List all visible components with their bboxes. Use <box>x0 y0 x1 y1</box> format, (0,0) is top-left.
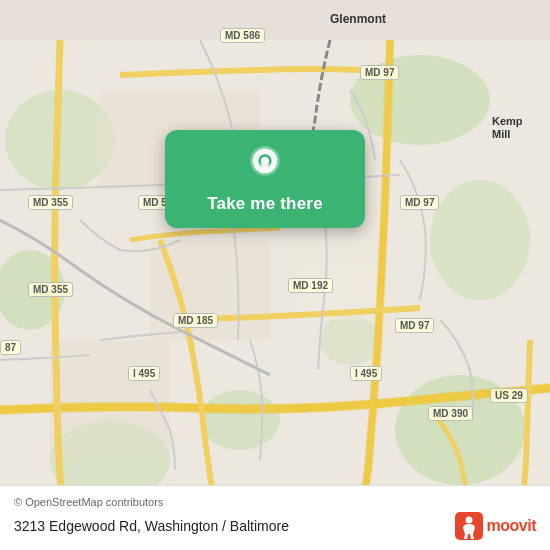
address-row: 3213 Edgewood Rd, Washington / Baltimore… <box>14 512 536 540</box>
take-me-there-button[interactable]: Take me there <box>207 194 323 214</box>
road-label-i495a: I 495 <box>128 366 160 381</box>
place-label-glenmont: Glenmont <box>330 12 386 26</box>
svg-point-8 <box>320 315 380 365</box>
location-pin-icon <box>246 146 284 184</box>
road-label-us29: US 29 <box>490 388 528 403</box>
place-label-kemp: KempMill <box>492 115 523 141</box>
moovit-logo: moovit <box>455 512 536 540</box>
map-svg <box>0 0 550 550</box>
road-label-i495b: I 495 <box>350 366 382 381</box>
svg-point-2 <box>430 180 530 300</box>
road-label-md586: MD 586 <box>220 28 265 43</box>
copyright-text: © OpenStreetMap contributors <box>14 496 536 508</box>
svg-point-7 <box>200 390 280 450</box>
address-text: 3213 Edgewood Rd, Washington / Baltimore <box>14 518 289 534</box>
bottom-bar: © OpenStreetMap contributors 3213 Edgewo… <box>0 485 550 550</box>
location-card[interactable]: Take me there <box>165 130 365 228</box>
road-label-md355b: MD 355 <box>28 282 73 297</box>
map-container: MD 586 MD 97 MD 355 MD 355 MD 54 MD 97 M… <box>0 0 550 550</box>
svg-point-19 <box>465 517 472 524</box>
road-label-87: 87 <box>0 340 21 355</box>
svg-rect-12 <box>50 340 170 460</box>
moovit-label: moovit <box>487 517 536 535</box>
road-label-md97c: MD 97 <box>395 318 434 333</box>
road-label-md97b: MD 97 <box>400 195 439 210</box>
svg-point-17 <box>261 157 269 165</box>
road-label-md97a: MD 97 <box>360 65 399 80</box>
moovit-brand-icon <box>455 512 483 540</box>
road-label-md185: MD 185 <box>173 313 218 328</box>
road-label-md390: MD 390 <box>428 406 473 421</box>
road-label-md355a: MD 355 <box>28 195 73 210</box>
road-label-md192: MD 192 <box>288 278 333 293</box>
